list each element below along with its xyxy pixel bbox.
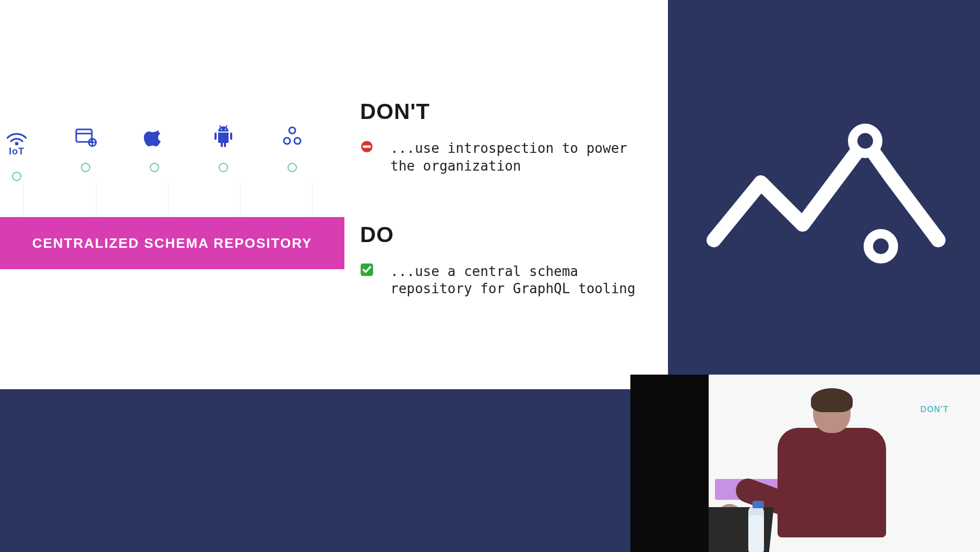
svg-point-13 (284, 138, 290, 144)
projected-dont-label: DON'T (921, 405, 949, 414)
client-apple (143, 125, 166, 181)
schema-repo-box: CENTRALIZED SCHEMA REPOSITORY (0, 217, 344, 269)
water-bottle (748, 506, 764, 552)
node-ring (81, 163, 90, 172)
guidance-column: DON'T ...use introspection to power the … (360, 99, 642, 298)
svg-point-18 (853, 128, 878, 153)
do-heading: DO (360, 222, 642, 247)
connector-lines (0, 175, 334, 217)
svg-point-19 (868, 234, 893, 259)
node-ring (219, 163, 228, 172)
check-icon (360, 263, 374, 277)
speaker-frame: DON'T (709, 375, 980, 552)
brand-logo-icon (703, 120, 949, 271)
presenter-figure (750, 391, 886, 552)
client-icon-row: IoT (5, 125, 339, 181)
svg-rect-6 (214, 133, 217, 140)
client-iot: IoT (5, 125, 28, 181)
iot-icon: IoT (5, 125, 28, 157)
laptop-icon (709, 507, 774, 552)
svg-point-11 (225, 129, 226, 130)
client-cluster (281, 125, 304, 181)
schema-repo-label: CENTRALIZED SCHEMA REPOSITORY (32, 235, 313, 251)
node-ring (150, 163, 159, 172)
client-web (74, 125, 97, 181)
presentation-slide: IoT (0, 0, 668, 389)
svg-line-9 (226, 125, 227, 128)
browser-icon (74, 125, 97, 148)
dont-block: DON'T ...use introspection to power the … (360, 99, 642, 175)
cluster-icon (281, 125, 304, 148)
no-entry-icon (360, 140, 374, 153)
svg-line-8 (220, 125, 221, 128)
svg-rect-7 (230, 133, 232, 140)
svg-point-12 (289, 127, 295, 134)
svg-point-10 (221, 129, 222, 130)
do-text: ...use a central schema repository for G… (390, 263, 642, 298)
node-ring (288, 163, 297, 172)
svg-point-14 (294, 138, 301, 144)
iot-label: IoT (9, 146, 25, 157)
dont-heading: DON'T (360, 99, 642, 124)
dont-text: ...use introspection to power the organi… (390, 140, 642, 175)
node-ring (12, 172, 21, 181)
android-icon (212, 125, 235, 148)
client-android (212, 125, 235, 181)
apple-icon (143, 125, 166, 148)
speaker-video: DON'T (630, 375, 980, 552)
svg-rect-16 (363, 146, 371, 148)
do-block: DO ...use a central schema repository fo… (360, 222, 642, 298)
svg-point-0 (15, 142, 19, 146)
